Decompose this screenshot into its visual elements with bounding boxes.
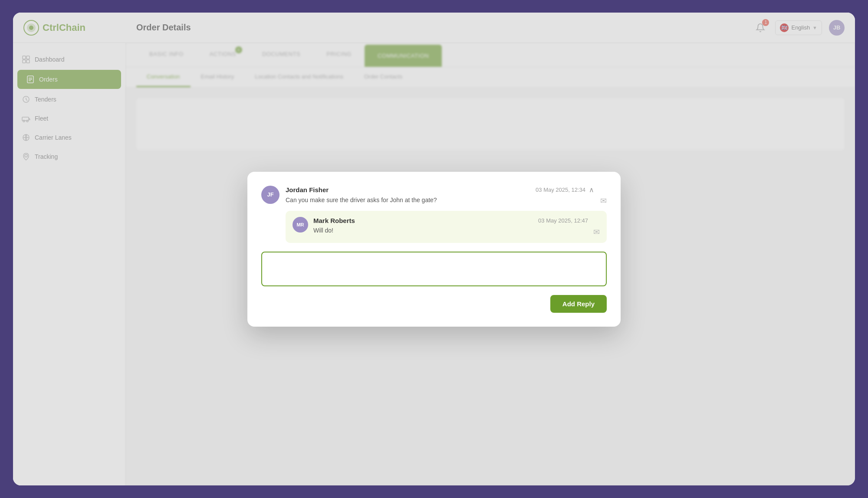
reply-box: MR Mark Roberts 03 May 2025, 12:47 Will …	[286, 211, 607, 243]
reply-text: Will do!	[313, 226, 588, 235]
sender-avatar-jf: JF	[261, 186, 279, 204]
app-container: CtrlChain Order Details 1 🇬🇧 English ▼ J…	[13, 13, 855, 485]
reply-header: Mark Roberts 03 May 2025, 12:47	[313, 217, 588, 224]
reply-time-area: 03 May 2025, 12:47	[538, 217, 588, 224]
message-email-icon-area: ✉	[600, 186, 607, 206]
reply-sender-name: Mark Roberts	[313, 217, 355, 224]
reply-content: Mark Roberts 03 May 2025, 12:47 Will do!	[313, 217, 588, 235]
collapse-icon[interactable]: ∧	[589, 186, 594, 194]
add-reply-button[interactable]: Add Reply	[550, 295, 607, 313]
add-reply-area: Add Reply	[261, 295, 607, 313]
message-thread: JF Jordan Fisher 03 May 2025, 12:34 ∧ Ca…	[261, 186, 607, 243]
message-content: Jordan Fisher 03 May 2025, 12:34 ∧ Can y…	[286, 186, 594, 205]
reply-textarea[interactable]	[261, 252, 607, 286]
modal-overlay: JF Jordan Fisher 03 May 2025, 12:34 ∧ Ca…	[13, 43, 855, 485]
reply-avatar-mr: MR	[293, 217, 308, 233]
sender-name: Jordan Fisher	[286, 186, 329, 193]
reply-timestamp: 03 May 2025, 12:47	[538, 217, 588, 224]
main-layout: Dashboard Orders Tenders	[13, 43, 855, 485]
conversation-modal: JF Jordan Fisher 03 May 2025, 12:34 ∧ Ca…	[247, 172, 621, 327]
reply-email-icon: ✉	[593, 227, 600, 237]
message-header: Jordan Fisher 03 May 2025, 12:34 ∧	[286, 186, 594, 194]
message-timestamp: 03 May 2025, 12:34	[536, 187, 585, 193]
reply-email-icon-area: ✉	[593, 217, 600, 237]
message-time-area: 03 May 2025, 12:34 ∧	[536, 186, 594, 194]
email-icon: ✉	[600, 196, 607, 206]
message-text: Can you make sure the driver asks for Jo…	[286, 196, 594, 205]
reply-item: MR Mark Roberts 03 May 2025, 12:47 Will …	[293, 217, 600, 237]
message-item: JF Jordan Fisher 03 May 2025, 12:34 ∧ Ca…	[261, 186, 607, 206]
